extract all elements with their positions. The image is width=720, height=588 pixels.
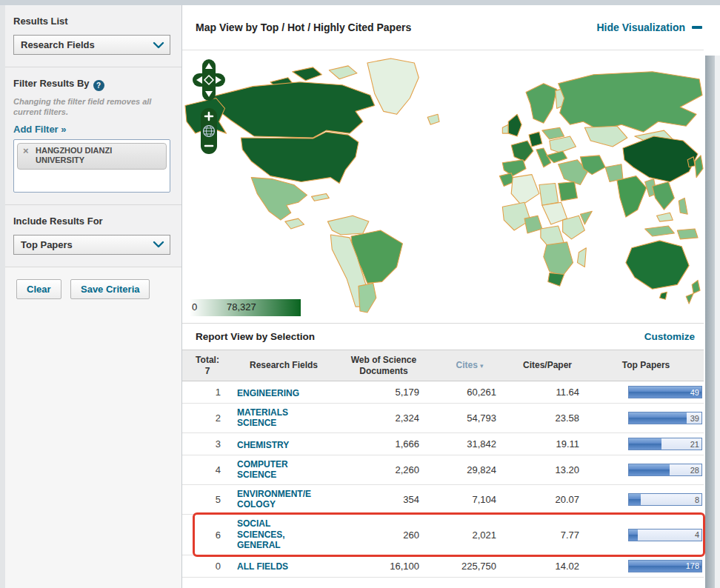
- research-field-link[interactable]: ALL FIELDS: [237, 561, 288, 572]
- row-documents: 1,666: [335, 438, 433, 450]
- row-documents: 2,324: [335, 412, 433, 424]
- results-list-section: Results List Research Fields: [0, 5, 181, 67]
- filter-box: × HANGZHOU DIANZI UNIVERSITY: [13, 139, 170, 193]
- map-title: Map View by Top / Hot / Highly Cited Pap…: [196, 21, 411, 33]
- top-papers-bar-fill: [629, 529, 638, 541]
- chevron-down-icon: [153, 41, 164, 49]
- save-criteria-button[interactable]: Save Criteria: [70, 279, 150, 299]
- top-papers-value: 178: [686, 561, 699, 570]
- page-top-strip: [0, 0, 720, 5]
- column-header-documents[interactable]: Web of Science Documents: [335, 355, 433, 376]
- include-results-dropdown[interactable]: Top Papers: [13, 235, 170, 255]
- table-row: 2 MATERIALS SCIENCE 2,324 54,793 23.58 3…: [182, 404, 704, 433]
- legend-min: 0: [192, 301, 197, 313]
- map-panel-header: Map View by Top / Hot / Highly Cited Pap…: [182, 5, 704, 50]
- top-papers-bar: 178: [628, 560, 702, 572]
- include-results-selected: Top Papers: [21, 239, 73, 250]
- row-cites: 54,793: [433, 412, 507, 424]
- column-header-research-fields[interactable]: Research Fields: [233, 360, 335, 370]
- row-cites-per-paper: 11.64: [507, 387, 588, 398]
- help-icon[interactable]: ?: [93, 80, 104, 91]
- sort-descending-icon: ▾: [480, 362, 484, 370]
- row-documents: 354: [335, 494, 433, 505]
- chevron-down-icon: [153, 241, 164, 248]
- top-papers-bar: 21: [628, 438, 702, 450]
- sidebar: Results List Research Fields Filter Resu…: [0, 5, 182, 588]
- row-cites-per-paper: 20.07: [507, 494, 588, 505]
- top-papers-bar-fill: [629, 412, 687, 424]
- row-rank: 4: [182, 464, 233, 475]
- map-pan-control[interactable]: [193, 59, 225, 101]
- top-papers-value: 4: [695, 530, 699, 539]
- results-list-selected: Research Fields: [21, 39, 95, 50]
- top-papers-value: 8: [695, 495, 699, 504]
- table-row: 6 SOCIAL SCIENCES, GENERAL 260 2,021 7.7…: [182, 515, 704, 555]
- add-filter-link[interactable]: Add Filter »: [13, 124, 67, 135]
- research-field-link[interactable]: COMPUTER SCIENCE: [237, 459, 316, 480]
- table-row: 1 ENGINEERING 5,179 60,261 11.64 49: [182, 381, 704, 404]
- top-papers-value: 28: [690, 466, 699, 475]
- hide-visualization-link[interactable]: Hide Visualization: [596, 21, 702, 33]
- filter-tag-label: HANGZHOU DIANZI UNIVERSITY: [36, 146, 112, 165]
- map-zoom-control[interactable]: [201, 108, 217, 154]
- filter-section: Filter Results By? Changing the filter f…: [0, 67, 181, 205]
- table-row: 4 COMPUTER SCIENCE 2,260 29,824 13.20 28: [182, 455, 704, 485]
- report-panel-header: Report View by Selection Customize: [182, 324, 704, 350]
- research-field-link[interactable]: ENGINEERING: [237, 388, 299, 398]
- sidebar-actions: Clear Save Criteria: [0, 267, 181, 588]
- row-cites: 7,104: [433, 494, 507, 505]
- filter-note: Changing the filter field removes all cu…: [13, 97, 170, 118]
- page-edge-scrollbar[interactable]: [705, 56, 715, 588]
- column-header-cites-per-paper[interactable]: Cites/Paper: [507, 360, 588, 370]
- research-field-link[interactable]: CHEMISTRY: [237, 440, 289, 450]
- row-rank: 5: [182, 494, 233, 505]
- remove-filter-icon[interactable]: ×: [23, 145, 29, 157]
- row-cites-per-paper: 13.20: [507, 464, 588, 475]
- row-cites-per-paper: 23.58: [507, 412, 588, 424]
- top-papers-bar-fill: [629, 464, 670, 475]
- row-rank: 3: [182, 438, 233, 450]
- top-papers-bar: 8: [628, 493, 702, 506]
- legend-max: 78,327: [227, 301, 256, 313]
- row-cites-per-paper: 7.77: [507, 529, 588, 541]
- row-cites: 2,021: [433, 529, 507, 541]
- research-field-link[interactable]: SOCIAL SCIENCES, GENERAL: [237, 518, 316, 549]
- include-results-section: Include Results For Top Papers: [0, 205, 181, 267]
- customize-link[interactable]: Customize: [644, 331, 695, 342]
- column-header-cites[interactable]: Cites▾: [433, 360, 507, 370]
- results-list-dropdown[interactable]: Research Fields: [13, 35, 170, 55]
- row-cites: 225,750: [433, 561, 507, 572]
- map-container: 0 78,327: [182, 50, 704, 324]
- top-papers-bar: 28: [628, 464, 702, 476]
- map-legend: 0 78,327: [190, 299, 301, 316]
- minus-icon: [692, 26, 702, 29]
- include-results-heading: Include Results For: [13, 216, 170, 227]
- row-rank: 1: [182, 387, 233, 398]
- row-documents: 260: [335, 529, 433, 541]
- main-content: Map View by Top / Hot / Highly Cited Pap…: [182, 5, 720, 588]
- research-field-link[interactable]: ENVIRONMENT/ECOLOGY: [237, 489, 316, 510]
- row-documents: 16,100: [335, 561, 433, 572]
- column-header-top-papers[interactable]: Top Papers: [588, 360, 704, 370]
- top-papers-bar-fill: [629, 438, 661, 450]
- report-table-header: Total: 7 Research Fields Web of Science …: [182, 350, 704, 381]
- top-papers-bar: 39: [628, 412, 702, 424]
- world-map[interactable]: [182, 50, 704, 323]
- table-row: 5 ENVIRONMENT/ECOLOGY 354 7,104 20.07 8: [182, 485, 704, 515]
- row-cites: 31,842: [433, 438, 507, 450]
- top-papers-value: 21: [690, 440, 699, 449]
- row-cites: 60,261: [433, 387, 507, 398]
- clear-button[interactable]: Clear: [16, 279, 61, 299]
- row-cites-per-paper: 19.11: [507, 438, 588, 450]
- filter-tag: × HANGZHOU DIANZI UNIVERSITY: [17, 143, 167, 170]
- row-rank: 2: [182, 412, 233, 424]
- research-field-link[interactable]: MATERIALS SCIENCE: [237, 407, 316, 428]
- row-cites: 29,824: [433, 464, 507, 475]
- results-list-heading: Results List: [13, 16, 170, 27]
- filter-heading: Filter Results By?: [13, 78, 170, 91]
- table-row: 0 ALL FIELDS 16,100 225,750 14.02 178: [182, 555, 704, 578]
- top-papers-value: 49: [690, 388, 699, 397]
- row-documents: 2,260: [335, 464, 433, 475]
- row-cites-per-paper: 14.02: [507, 561, 588, 572]
- report-title: Report View by Selection: [196, 331, 315, 342]
